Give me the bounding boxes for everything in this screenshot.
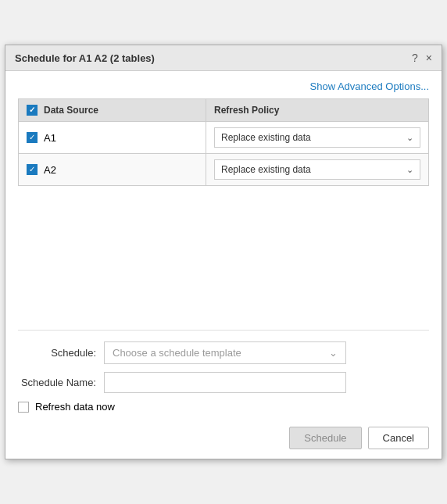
schedule-row: Schedule: Choose a schedule template ⌄ bbox=[18, 341, 429, 364]
content-spacer bbox=[18, 198, 429, 323]
chevron-down-icon: ⌄ bbox=[406, 133, 413, 143]
dialog-title: Schedule for A1 A2 (2 tables) bbox=[15, 52, 155, 64]
refresh-now-label: Refresh data now bbox=[35, 401, 115, 413]
table-row: ✓ A2 Replace existing data ⌄ bbox=[19, 154, 429, 186]
title-bar: Schedule for A1 A2 (2 tables) ? × bbox=[5, 45, 442, 71]
schedule-template-placeholder: Choose a schedule template bbox=[113, 347, 241, 359]
row-a1-policy-dropdown[interactable]: Replace existing data ⌄ bbox=[214, 127, 420, 148]
schedule-name-input[interactable] bbox=[104, 372, 346, 393]
close-icon[interactable]: × bbox=[426, 52, 432, 64]
footer-buttons: Schedule Cancel bbox=[18, 424, 429, 449]
col-refresh-label: Refresh Policy bbox=[214, 105, 279, 116]
schedule-label: Schedule: bbox=[18, 347, 104, 359]
row-a1-policy: Replace existing data ⌄ bbox=[206, 122, 429, 154]
dialog-body: Show Advanced Options... ✓ Data Source bbox=[5, 71, 442, 459]
row-a2-policy-dropdown[interactable]: Replace existing data ⌄ bbox=[214, 159, 420, 180]
header-checkbox[interactable]: ✓ bbox=[27, 105, 38, 116]
advanced-options-row: Show Advanced Options... bbox=[18, 80, 429, 92]
row-a1-datasource: ✓ A1 bbox=[19, 122, 206, 154]
chevron-down-icon: ⌄ bbox=[329, 347, 338, 359]
col-datasource-label: Data Source bbox=[44, 105, 98, 116]
schedule-dialog: Schedule for A1 A2 (2 tables) ? × Show A… bbox=[5, 45, 442, 459]
col-header-datasource: ✓ Data Source bbox=[19, 99, 206, 122]
cancel-button[interactable]: Cancel bbox=[368, 427, 429, 449]
refresh-row: Refresh data now bbox=[18, 401, 429, 413]
row-a2-policy: Replace existing data ⌄ bbox=[206, 154, 429, 186]
table-row: ✓ A1 Replace existing data ⌄ bbox=[19, 122, 429, 154]
schedule-button[interactable]: Schedule bbox=[289, 427, 361, 449]
form-section: Schedule: Choose a schedule template ⌄ S… bbox=[18, 330, 429, 449]
row-a2-policy-value: Replace existing data bbox=[221, 164, 311, 175]
data-sources-table: ✓ Data Source Refresh Policy bbox=[18, 98, 429, 186]
title-bar-actions: ? × bbox=[412, 52, 432, 64]
row-a2-name: A2 bbox=[44, 164, 56, 176]
schedule-name-label: Schedule Name: bbox=[18, 377, 104, 388]
row-a1-policy-value: Replace existing data bbox=[221, 132, 311, 143]
col-header-refresh-policy: Refresh Policy bbox=[206, 99, 429, 122]
row-a2-checkbox[interactable]: ✓ bbox=[27, 164, 38, 175]
schedule-name-row: Schedule Name: bbox=[18, 372, 429, 393]
chevron-down-icon: ⌄ bbox=[406, 165, 413, 175]
schedule-template-dropdown[interactable]: Choose a schedule template ⌄ bbox=[104, 341, 346, 364]
row-a1-checkbox[interactable]: ✓ bbox=[27, 132, 38, 143]
refresh-now-checkbox[interactable] bbox=[18, 402, 29, 413]
row-a1-name: A1 bbox=[44, 132, 56, 144]
advanced-options-link[interactable]: Show Advanced Options... bbox=[310, 80, 429, 92]
help-icon[interactable]: ? bbox=[412, 52, 418, 64]
row-a2-datasource: ✓ A2 bbox=[19, 154, 206, 186]
